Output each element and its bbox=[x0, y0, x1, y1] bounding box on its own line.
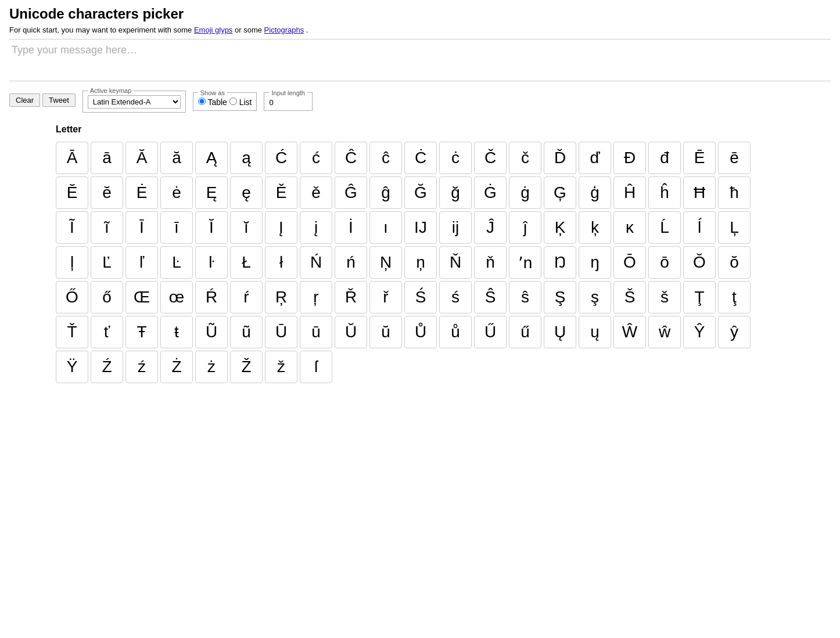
char-cell[interactable]: ē bbox=[718, 142, 751, 174]
char-cell[interactable]: Ş bbox=[544, 281, 576, 313]
char-cell[interactable]: Ŀ bbox=[160, 246, 193, 279]
pictographs-link[interactable]: Pictographs bbox=[264, 26, 304, 34]
char-cell[interactable]: ĉ bbox=[369, 142, 402, 174]
char-cell[interactable]: Ē bbox=[683, 142, 716, 174]
char-cell[interactable]: Ŋ bbox=[544, 246, 576, 279]
char-cell[interactable]: Œ bbox=[125, 281, 158, 313]
char-cell[interactable]: Ŏ bbox=[683, 246, 716, 279]
char-cell[interactable]: Ų bbox=[544, 316, 576, 348]
char-cell[interactable]: ħ bbox=[718, 176, 751, 209]
char-cell[interactable]: ź bbox=[125, 351, 158, 383]
char-cell[interactable]: Į bbox=[265, 211, 297, 244]
char-cell[interactable]: Ď bbox=[544, 142, 576, 174]
char-cell[interactable]: ļ bbox=[56, 246, 88, 279]
char-cell[interactable]: Ġ bbox=[474, 176, 507, 209]
char-cell[interactable]: IJ bbox=[404, 211, 437, 244]
char-cell[interactable]: Ĉ bbox=[335, 142, 367, 174]
keymap-select[interactable]: Latin Extended-ABasic LatinLatin-1 Suppl… bbox=[88, 95, 181, 109]
char-cell[interactable]: œ bbox=[160, 281, 193, 313]
char-cell[interactable]: ŭ bbox=[369, 316, 402, 348]
char-cell[interactable]: Ŕ bbox=[195, 281, 228, 313]
char-cell[interactable]: Ć bbox=[265, 142, 297, 174]
char-cell[interactable]: Ā bbox=[56, 142, 88, 174]
char-cell[interactable]: ĭ bbox=[230, 211, 263, 244]
char-cell[interactable]: Ż bbox=[160, 351, 193, 383]
char-cell[interactable]: ů bbox=[439, 316, 472, 348]
clear-button[interactable]: Clear bbox=[9, 93, 40, 107]
char-cell[interactable]: İ bbox=[335, 211, 367, 244]
char-cell[interactable]: ő bbox=[91, 281, 123, 313]
char-cell[interactable]: Š bbox=[613, 281, 646, 313]
emoji-link[interactable]: Emoji glyps bbox=[194, 26, 232, 34]
char-cell[interactable]: ā bbox=[91, 142, 123, 174]
char-cell[interactable]: ŏ bbox=[718, 246, 751, 279]
char-cell[interactable]: Ă bbox=[125, 142, 158, 174]
char-cell[interactable]: č bbox=[509, 142, 541, 174]
char-cell[interactable]: Ł bbox=[230, 246, 263, 279]
char-cell[interactable]: ŀ bbox=[195, 246, 228, 279]
char-cell[interactable]: ĝ bbox=[369, 176, 402, 209]
char-cell[interactable]: ģ bbox=[579, 176, 611, 209]
char-cell[interactable]: Ą bbox=[195, 142, 228, 174]
char-cell[interactable]: ċ bbox=[439, 142, 472, 174]
char-cell[interactable]: ġ bbox=[509, 176, 541, 209]
char-cell[interactable]: ď bbox=[579, 142, 611, 174]
char-cell[interactable]: Ź bbox=[91, 351, 123, 383]
char-cell[interactable]: Đ bbox=[613, 142, 646, 174]
char-cell[interactable]: ŧ bbox=[160, 316, 193, 348]
char-cell[interactable]: ż bbox=[195, 351, 228, 383]
char-cell[interactable]: ť bbox=[91, 316, 123, 348]
char-cell[interactable]: Ž bbox=[230, 351, 263, 383]
char-cell[interactable]: ō bbox=[648, 246, 681, 279]
char-cell[interactable]: Ģ bbox=[544, 176, 576, 209]
char-cell[interactable]: ī bbox=[160, 211, 193, 244]
char-cell[interactable]: ŝ bbox=[509, 281, 541, 313]
char-cell[interactable]: Ĺ bbox=[648, 211, 681, 244]
char-cell[interactable]: Ĩ bbox=[56, 211, 88, 244]
char-cell[interactable]: ŷ bbox=[718, 316, 751, 348]
char-cell[interactable]: ř bbox=[369, 281, 402, 313]
char-cell[interactable]: ă bbox=[160, 142, 193, 174]
char-cell[interactable]: ş bbox=[579, 281, 611, 313]
char-cell[interactable]: ą bbox=[230, 142, 263, 174]
char-cell[interactable]: ŵ bbox=[648, 316, 681, 348]
char-cell[interactable]: ij bbox=[439, 211, 472, 244]
char-cell[interactable]: Ū bbox=[265, 316, 297, 348]
char-cell[interactable]: Ň bbox=[439, 246, 472, 279]
char-cell[interactable]: Ĕ bbox=[56, 176, 88, 209]
char-cell[interactable]: Ō bbox=[613, 246, 646, 279]
show-as-list-label[interactable]: List bbox=[229, 98, 252, 107]
char-cell[interactable]: Ř bbox=[335, 281, 367, 313]
char-cell[interactable]: Ű bbox=[474, 316, 507, 348]
char-cell[interactable]: ŋ bbox=[579, 246, 611, 279]
tweet-button[interactable]: Tweet bbox=[42, 93, 76, 107]
char-cell[interactable]: ĥ bbox=[648, 176, 681, 209]
char-cell[interactable]: ĸ bbox=[613, 211, 646, 244]
char-cell[interactable]: Ţ bbox=[683, 281, 716, 313]
char-cell[interactable]: ſ bbox=[300, 351, 332, 383]
char-cell[interactable]: ł bbox=[265, 246, 297, 279]
char-cell[interactable]: Ÿ bbox=[56, 351, 88, 383]
char-cell[interactable]: Ċ bbox=[404, 142, 437, 174]
char-cell[interactable]: Ŵ bbox=[613, 316, 646, 348]
char-cell[interactable]: Ń bbox=[300, 246, 332, 279]
char-cell[interactable]: đ bbox=[648, 142, 681, 174]
char-cell[interactable]: ţ bbox=[718, 281, 751, 313]
char-cell[interactable]: ı bbox=[369, 211, 402, 244]
char-cell[interactable]: ć bbox=[300, 142, 332, 174]
char-cell[interactable]: ń bbox=[335, 246, 367, 279]
char-cell[interactable]: ě bbox=[300, 176, 332, 209]
char-cell[interactable]: Ť bbox=[56, 316, 88, 348]
show-as-table-radio[interactable] bbox=[198, 98, 206, 105]
char-cell[interactable]: ņ bbox=[404, 246, 437, 279]
char-cell[interactable]: Ŝ bbox=[474, 281, 507, 313]
char-cell[interactable]: ʼn bbox=[509, 246, 541, 279]
char-cell[interactable]: ū bbox=[300, 316, 332, 348]
char-cell[interactable]: ĵ bbox=[509, 211, 541, 244]
char-cell[interactable]: š bbox=[648, 281, 681, 313]
char-cell[interactable]: Ħ bbox=[683, 176, 716, 209]
char-cell[interactable]: Ŷ bbox=[683, 316, 716, 348]
char-cell[interactable]: Ĵ bbox=[474, 211, 507, 244]
char-cell[interactable]: Ė bbox=[125, 176, 158, 209]
char-cell[interactable]: ľ bbox=[125, 246, 158, 279]
